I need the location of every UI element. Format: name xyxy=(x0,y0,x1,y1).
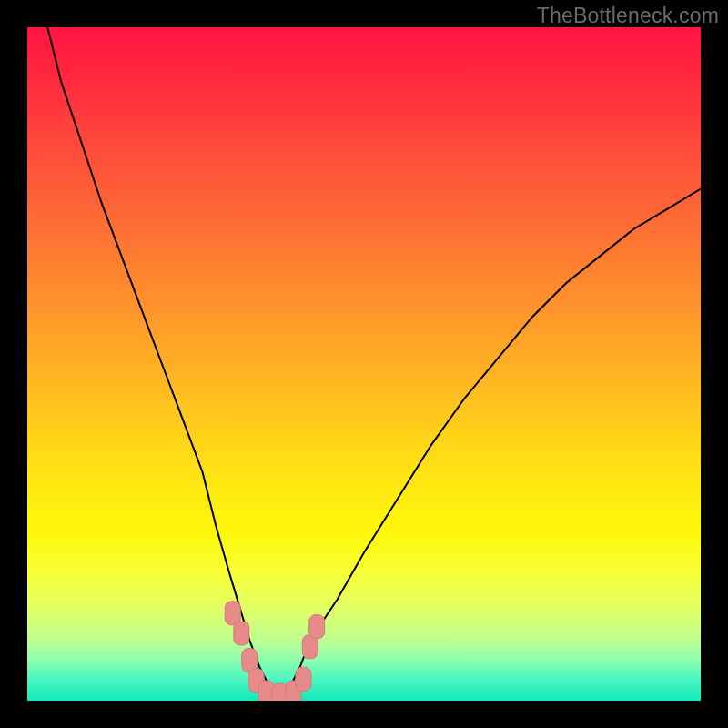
marker xyxy=(296,667,311,691)
plot-area xyxy=(27,27,701,701)
chart-frame: TheBottleneck.com xyxy=(0,0,728,728)
bottleneck-curve xyxy=(47,27,701,694)
marker xyxy=(234,622,249,645)
watermark-text: TheBottleneck.com xyxy=(537,4,719,28)
marker-cluster xyxy=(225,602,325,701)
curve-layer xyxy=(27,27,701,701)
marker xyxy=(309,615,325,639)
